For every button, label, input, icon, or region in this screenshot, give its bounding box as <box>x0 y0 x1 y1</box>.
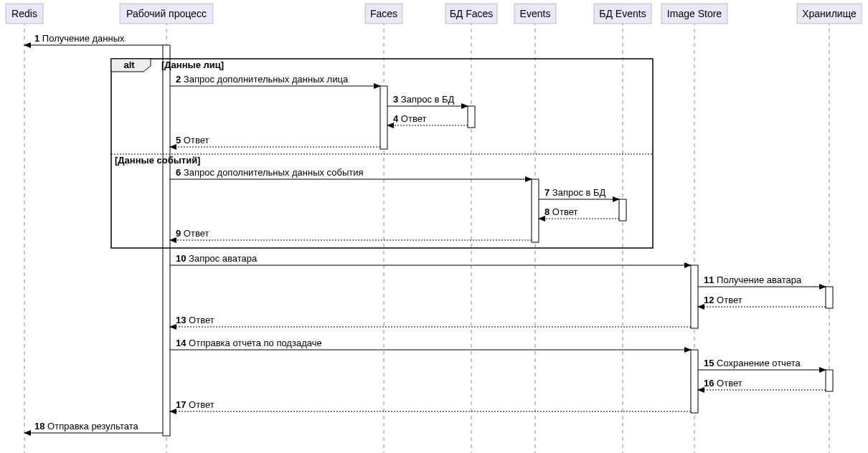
svg-text:14 Отправка отчета по подзадач: 14 Отправка отчета по подзадаче <box>176 338 322 348</box>
svg-text:6 Запрос дополнительных данных: 6 Запрос дополнительных данных события <box>176 167 364 178</box>
participant-eventsdb: БД Events <box>594 4 651 24</box>
msg-label: Отправка результата <box>47 421 138 431</box>
participant-redis: Redis <box>6 4 43 24</box>
activation-worker <box>163 45 170 436</box>
participant-label: Faces <box>370 8 397 19</box>
svg-text:17 Ответ: 17 Ответ <box>176 399 214 410</box>
msg-label: Сохранение отчета <box>717 358 801 368</box>
message-6: 6 Запрос дополнительных данных события <box>170 167 532 179</box>
msg-label: Ответ <box>717 378 742 388</box>
msg-label: Ответ <box>184 228 209 239</box>
msg-num: 13 <box>176 315 186 325</box>
svg-text:10 Запрос аватара: 10 Запрос аватара <box>176 253 258 264</box>
message-1: 1 Получение данных <box>24 33 163 45</box>
participant-label: БД Events <box>599 8 646 19</box>
message-13: 13 Ответ <box>170 315 691 327</box>
activation-storage-1 <box>826 287 833 308</box>
alt-label: alt <box>123 59 135 70</box>
participant-label: Redis <box>11 8 37 19</box>
message-9: 9 Ответ <box>170 228 532 240</box>
msg-label: Получение аватара <box>717 275 802 285</box>
sequence-diagram: Redis Рабочий процесс Faces БД Faces Eve… <box>0 0 868 453</box>
participant-worker: Рабочий процесс <box>120 4 213 24</box>
message-11: 11 Получение аватара <box>698 275 826 287</box>
svg-text:18 Отправка результата: 18 Отправка результата <box>34 421 138 431</box>
message-16: 16 Ответ <box>698 378 826 390</box>
msg-num: 11 <box>704 275 714 285</box>
activation-storage-2 <box>826 370 833 391</box>
activation-eventsdb <box>619 199 626 221</box>
msg-label: Ответ <box>717 295 742 305</box>
svg-text:2 Запрос дополнительных данных: 2 Запрос дополнительных данных лица <box>176 74 349 85</box>
msg-num: 17 <box>176 399 186 410</box>
alt-condition-1: [Данные лиц] <box>161 59 224 70</box>
msg-num: 16 <box>704 378 714 388</box>
msg-num: 15 <box>704 358 714 368</box>
msg-num: 8 <box>544 206 549 217</box>
message-3: 3 Запрос в БД <box>387 94 468 106</box>
msg-label: Ответ <box>552 206 578 217</box>
message-15: 15 Сохранение отчета <box>698 358 826 370</box>
msg-label: Ответ <box>184 135 209 146</box>
message-10: 10 Запрос аватара <box>170 253 691 265</box>
msg-label: Ответ <box>189 315 214 325</box>
participant-label: Events <box>520 8 551 19</box>
alt-condition-2: [Данные событий] <box>115 155 200 166</box>
svg-text:9 Ответ: 9 Ответ <box>176 228 209 239</box>
participant-label: БД Faces <box>450 8 494 19</box>
message-8: 8 Ответ <box>539 206 619 219</box>
activation-imagestore-1 <box>691 265 698 328</box>
activation-faces <box>380 86 387 149</box>
msg-label: Запрос дополнительных данных события <box>184 167 364 178</box>
message-14: 14 Отправка отчета по подзадаче <box>170 338 691 350</box>
msg-num: 5 <box>176 135 181 146</box>
participant-storage: Хранилище <box>797 4 862 24</box>
svg-text:7 Запрос в БД: 7 Запрос в БД <box>544 187 606 198</box>
svg-text:5 Ответ: 5 Ответ <box>176 135 209 146</box>
svg-text:3 Запрос в БД: 3 Запрос в БД <box>393 94 455 105</box>
msg-label: Ответ <box>401 113 427 124</box>
msg-label: Запрос дополнительных данных лица <box>184 74 349 85</box>
msg-label: Запрос аватара <box>189 253 258 264</box>
msg-label: Получение данных <box>42 33 125 44</box>
msg-label: Ответ <box>189 399 214 410</box>
msg-label: Отправка отчета по подзадаче <box>189 338 322 348</box>
participant-label: Хранилище <box>802 8 857 19</box>
svg-text:16 Ответ: 16 Ответ <box>704 378 742 388</box>
svg-text:4 Ответ: 4 Ответ <box>393 113 426 124</box>
msg-num: 3 <box>393 94 398 105</box>
participant-label: Рабочий процесс <box>126 8 207 19</box>
msg-num: 4 <box>393 113 399 124</box>
msg-num: 7 <box>544 187 549 198</box>
msg-num: 12 <box>704 295 714 305</box>
activation-imagestore-2 <box>691 350 698 413</box>
participant-facesdb: БД Faces <box>445 4 497 24</box>
msg-num: 2 <box>176 74 181 85</box>
message-17: 17 Ответ <box>170 399 691 411</box>
msg-num: 6 <box>176 167 181 178</box>
activation-events <box>532 179 539 242</box>
svg-text:11 Получение аватара: 11 Получение аватара <box>704 275 802 285</box>
svg-text:15 Сохранение отчета: 15 Сохранение отчета <box>704 358 801 368</box>
msg-num: 18 <box>34 421 44 431</box>
message-2: 2 Запрос дополнительных данных лица <box>170 74 380 86</box>
msg-num: 1 <box>34 33 39 44</box>
activation-facesdb <box>468 106 475 128</box>
svg-text:13 Ответ: 13 Ответ <box>176 315 214 325</box>
msg-label: Запрос в БД <box>552 187 606 198</box>
message-18: 18 Отправка результата <box>24 421 163 433</box>
msg-num: 14 <box>176 338 187 348</box>
msg-label: Запрос в БД <box>401 94 455 105</box>
msg-num: 9 <box>176 228 181 239</box>
message-4: 4 Ответ <box>387 113 468 125</box>
participant-faces: Faces <box>365 4 402 24</box>
message-5: 5 Ответ <box>170 135 380 147</box>
svg-text:1 Получение данных: 1 Получение данных <box>34 33 125 44</box>
svg-text:12 Ответ: 12 Ответ <box>704 295 742 305</box>
participant-imagestore: Image Store <box>661 4 727 24</box>
msg-num: 10 <box>176 253 186 264</box>
message-7: 7 Запрос в БД <box>539 187 619 199</box>
participant-label: Image Store <box>667 8 722 19</box>
participant-events: Events <box>514 4 556 24</box>
svg-text:8 Ответ: 8 Ответ <box>544 206 577 217</box>
